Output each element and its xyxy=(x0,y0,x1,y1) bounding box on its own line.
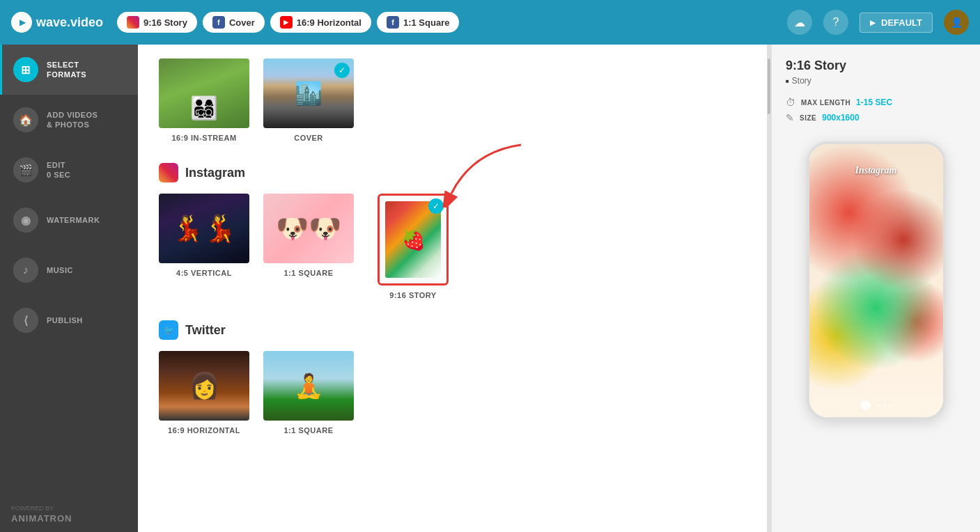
twitter-format-grid: 👩 16:9 HORIZONTAL 🧘 1:1 SQUARE xyxy=(159,351,746,435)
sidebar-edit-label: EDIT0 sec xyxy=(47,160,70,180)
panel-meta: ⏱ MAX LENGTH 1-15 SEC ✎ SIZE 900x1600 xyxy=(786,97,892,127)
left-sidebar: ⊞ SELECTFORMATS 🏠 ADD VIDEOS& PHOTOS 🎬 E… xyxy=(0,45,138,532)
ig-story-label: 9:16 STORY xyxy=(389,291,436,299)
ig-square-label: 1:1 SQUARE xyxy=(283,269,333,277)
format-card-tw-square[interactable]: 🧘 1:1 SQUARE xyxy=(263,351,354,435)
logo-icon xyxy=(11,12,32,33)
panel-subtitle: Story xyxy=(786,76,811,86)
avatar[interactable]: 👤 xyxy=(944,10,969,35)
twitter-section-title: Twitter xyxy=(185,323,226,338)
format-card-ig-story[interactable]: ✓ 🍓 9:16 STORY xyxy=(368,194,458,299)
sidebar-bottom: POWERED BY ANIMATRON xyxy=(0,496,138,532)
cloud-button[interactable]: ☁ xyxy=(787,10,812,35)
size-label: SIZE xyxy=(800,114,816,122)
help-button[interactable]: ? xyxy=(823,10,848,35)
max-length-value: 1-15 SEC xyxy=(856,97,892,107)
clock-icon: ⏱ xyxy=(786,97,795,108)
instagram-section-icon xyxy=(159,163,178,182)
logo-text: wave.video xyxy=(36,15,103,30)
size-row: ✎ SIZE 900x1600 xyxy=(786,112,892,123)
cover-check-badge: ✓ xyxy=(334,63,350,78)
publish-icon: ⟨ xyxy=(13,308,38,333)
twitter-section-icon: 🐦 xyxy=(159,320,178,340)
watermark-icon: ◉ xyxy=(13,208,38,233)
max-length-label: MAX LENGTH xyxy=(801,99,850,107)
format-card-tw-horizontal[interactable]: 👩 16:9 HORIZONTAL xyxy=(159,351,249,435)
instagram-format-grid: 💃 4:5 VERTICAL 🐶 1:1 SQUARE ✓ 🍓 xyxy=(159,194,746,299)
right-panel: 9:16 Story Story ⏱ MAX LENGTH 1-15 SEC ✎… xyxy=(771,45,980,532)
phone-bottom-bar xyxy=(809,400,943,410)
facebook-format-grid: 16:9 IN-STREAM ✓ COVER xyxy=(159,58,746,142)
facebook-icon-2: f xyxy=(387,16,399,29)
story-check-badge: ✓ xyxy=(428,198,444,214)
phone-overlay-text: Instagram xyxy=(855,165,897,176)
panel-title: 9:16 Story xyxy=(786,58,846,73)
sidebar-item-music[interactable]: ♪ MUSIC xyxy=(0,245,138,295)
sidebar-music-label: MUSIC xyxy=(47,265,73,275)
content-area: 16:9 IN-STREAM ✓ COVER Instagram 💃 xyxy=(138,45,767,532)
sidebar-publish-label: PUBLISH xyxy=(47,315,83,325)
sidebar-videos-label: ADD VIDEOS& PHOTOS xyxy=(47,110,98,130)
tab-square[interactable]: f 1:1 Square xyxy=(377,12,459,33)
format-card-fb-stream[interactable]: 16:9 IN-STREAM xyxy=(159,58,249,142)
logo-area: wave.video xyxy=(11,12,103,33)
tab-horizontal-label: 16:9 Horizontal xyxy=(297,17,361,28)
sidebar-watermark-label: WATERMARK xyxy=(47,215,100,225)
phone-progress-dot xyxy=(861,400,871,410)
tw-square-label: 1:1 SQUARE xyxy=(283,426,333,435)
phone-mockup: Instagram xyxy=(807,141,946,420)
phone-screen xyxy=(809,144,943,417)
tab-cover[interactable]: f Cover xyxy=(203,12,265,33)
sidebar-item-videos[interactable]: 🏠 ADD VIDEOS& PHOTOS xyxy=(0,95,138,145)
format-card-ig-vertical[interactable]: 💃 4:5 VERTICAL xyxy=(159,194,249,299)
powered-by-label: POWERED BY xyxy=(11,505,127,512)
facebook-icon: f xyxy=(212,16,225,29)
format-card-ig-square[interactable]: 🐶 1:1 SQUARE xyxy=(263,194,354,299)
fb-stream-label: 16:9 IN-STREAM xyxy=(171,134,236,142)
tw-horizontal-thumb: 👩 xyxy=(159,351,249,421)
instagram-section-header: Instagram xyxy=(159,163,746,182)
ig-square-thumb: 🐶 xyxy=(263,194,354,263)
size-value: 900x1600 xyxy=(822,113,859,123)
sidebar-item-publish[interactable]: ⟨ PUBLISH xyxy=(0,295,138,345)
phone-dots xyxy=(878,404,892,407)
sidebar-formats-label: SELECTFORMATS xyxy=(47,60,86,80)
top-navigation: wave.video 9:16 Story f Cover ▶ 16:9 Hor… xyxy=(0,0,980,45)
tab-square-label: 1:1 Square xyxy=(403,17,449,28)
tab-story-label: 9:16 Story xyxy=(143,17,187,28)
fb-cover-thumb: ✓ xyxy=(263,58,354,128)
size-icon: ✎ xyxy=(786,112,794,123)
ig-vertical-thumb: 💃 xyxy=(159,194,249,263)
fb-cover-label: COVER xyxy=(294,134,323,142)
sidebar-item-edit[interactable]: 🎬 EDIT0 sec xyxy=(0,145,138,195)
default-label: DEFAULT xyxy=(881,17,922,28)
edit-icon: 🎬 xyxy=(13,157,38,182)
sidebar-item-formats[interactable]: ⊞ SELECTFORMATS xyxy=(0,45,138,95)
format-card-fb-cover[interactable]: ✓ COVER xyxy=(263,58,354,142)
tw-horizontal-label: 16:9 HORIZONTAL xyxy=(168,426,240,435)
youtube-icon: ▶ xyxy=(280,16,293,29)
music-icon: ♪ xyxy=(13,258,38,283)
main-layout: ⊞ SELECTFORMATS 🏠 ADD VIDEOS& PHOTOS 🎬 E… xyxy=(0,45,980,532)
tab-cover-label: Cover xyxy=(229,17,255,28)
twitter-section-header: 🐦 Twitter xyxy=(159,320,746,340)
sidebar-item-watermark[interactable]: ◉ WATERMARK xyxy=(0,195,138,245)
instagram-section-title: Instagram xyxy=(185,166,245,180)
tab-horizontal[interactable]: ▶ 16:9 Horizontal xyxy=(270,12,371,33)
videos-icon: 🏠 xyxy=(13,107,38,132)
ig-vertical-label: 4:5 VERTICAL xyxy=(176,269,232,277)
nav-right: ☁ ? ▶ DEFAULT 👤 xyxy=(787,10,969,35)
tab-story[interactable]: 9:16 Story xyxy=(117,12,197,33)
tw-square-thumb: 🧘 xyxy=(263,351,354,421)
max-length-row: ⏱ MAX LENGTH 1-15 SEC xyxy=(786,97,892,108)
facebook-section: 16:9 IN-STREAM ✓ COVER xyxy=(159,58,746,142)
default-button[interactable]: ▶ DEFAULT xyxy=(860,13,933,33)
fb-stream-thumb xyxy=(159,58,249,128)
instagram-icon xyxy=(127,16,139,29)
brand-label: ANIMATRON xyxy=(11,513,127,524)
formats-icon: ⊞ xyxy=(13,57,38,82)
